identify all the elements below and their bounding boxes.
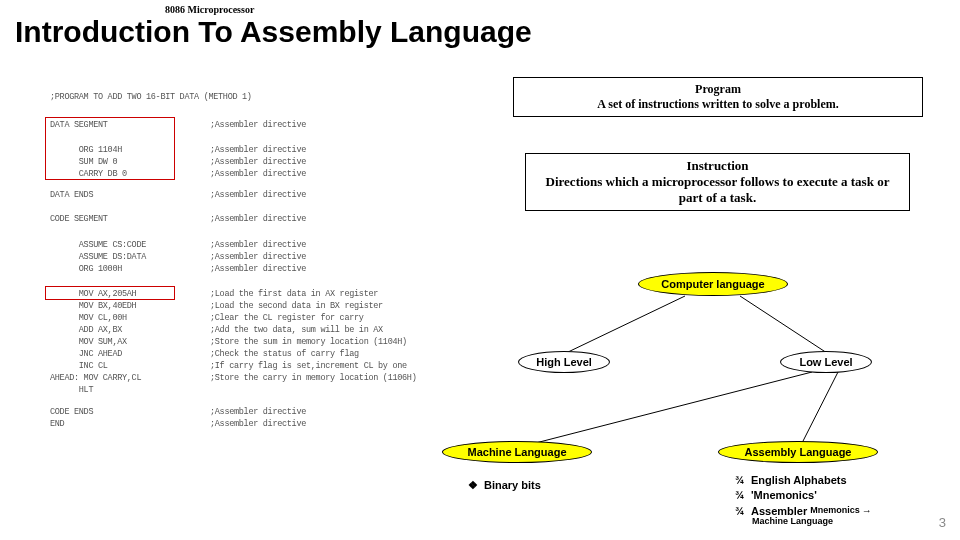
trailing-ml: Machine Language [752, 516, 833, 526]
program-box-body: A set of instructions written to solve a… [522, 97, 914, 112]
code-row: MOV BX,40EDH [50, 301, 136, 311]
svg-line-1 [740, 296, 827, 353]
bullet-mark: ¾ [735, 488, 751, 503]
code-row: CODE SEGMENT [50, 214, 108, 224]
code-row: INC CL [50, 361, 108, 371]
code-row: ;PROGRAM TO ADD TWO 16-BIT DATA (METHOD … [50, 92, 252, 102]
instruction-box-title: Instruction [534, 158, 901, 174]
code-row: MOV CL,00H [50, 313, 127, 323]
bullet-mark: ¾ [735, 504, 751, 519]
code-row: ;Assembler directive [210, 264, 306, 274]
code-row: ;Store the carry in memory location (110… [210, 373, 416, 383]
code-row: ;Assembler directive [210, 240, 306, 250]
instruction-box-body: Directions which a microprocessor follow… [534, 174, 901, 206]
svg-line-3 [800, 372, 838, 447]
code-row: ;Load the first data in AX register [210, 289, 378, 299]
header-small: 8086 Microprocessor [165, 4, 254, 15]
code-listing: ;PROGRAM TO ADD TWO 16-BIT DATA (METHOD … [10, 92, 405, 422]
code-row: ADD AX,BX [50, 325, 122, 335]
code-row: ;Store the sum in memory location (1104H… [210, 337, 407, 347]
code-row: ASSUME CS:CODE [50, 240, 146, 250]
code-row: ;Clear the CL register for carry [210, 313, 364, 323]
code-row: ;Add the two data, sum will be in AX [210, 325, 383, 335]
node-high-level: High Level [518, 351, 610, 373]
code-row: ;Check the status of carry flag [210, 349, 359, 359]
code-row: HLT [50, 385, 93, 395]
code-row: ;Assembler directive [210, 407, 306, 417]
code-row: MOV SUM,AX [50, 337, 127, 347]
svg-line-2 [520, 372, 812, 447]
assembly-bullets: ¾ English Alphabets ¾ 'Mnemonics' ¾ Asse… [735, 473, 872, 519]
code-row: ;Assembler directive [210, 145, 306, 155]
code-row: ;Assembler directive [210, 169, 306, 179]
svg-line-0 [566, 296, 685, 353]
code-row: ;Assembler directive [210, 157, 306, 167]
code-row: END [50, 419, 64, 429]
program-box: Program A set of instructions written to… [513, 77, 923, 117]
arrow-icon: → [862, 504, 872, 519]
code-row: CODE ENDS [50, 407, 93, 417]
code-row: ASSUME DS:DATA [50, 252, 146, 262]
code-row: ;Assembler directive [210, 190, 306, 200]
code-row: ;If carry flag is set,increment CL by on… [210, 361, 407, 371]
machine-bullets: ❖ Binary bits [468, 478, 541, 493]
page-number: 3 [939, 515, 946, 530]
code-row: ;Load the second data in BX register [210, 301, 383, 311]
bullet-mark: ❖ [468, 478, 484, 493]
node-low-level: Low Level [780, 351, 872, 373]
page-title: Introduction To Assembly Language [15, 15, 532, 49]
node-assembly-language: Assembly Language [718, 441, 878, 463]
code-row: ;Assembler directive [210, 214, 306, 224]
node-computer-language: Computer language [638, 272, 788, 296]
code-row: JNC AHEAD [50, 349, 122, 359]
code-row: ORG 1000H [50, 264, 122, 274]
instruction-box: Instruction Directions which a microproc… [525, 153, 910, 211]
bullet-text: English Alphabets [751, 473, 847, 488]
code-row: ;Assembler directive [210, 419, 306, 429]
bullet-mark: ¾ [735, 473, 751, 488]
red-highlight-box [45, 117, 175, 180]
bullet-text: 'Mnemonics' [751, 488, 817, 503]
code-row: DATA ENDS [50, 190, 93, 200]
program-box-title: Program [522, 82, 914, 97]
code-row: ;Assembler directive [210, 252, 306, 262]
bullet-text: Binary bits [484, 478, 541, 493]
code-row: AHEAD: MOV CARRY,CL [50, 373, 141, 383]
node-machine-language: Machine Language [442, 441, 592, 463]
red-highlight-box [45, 286, 175, 300]
code-row: ;Assembler directive [210, 120, 306, 130]
